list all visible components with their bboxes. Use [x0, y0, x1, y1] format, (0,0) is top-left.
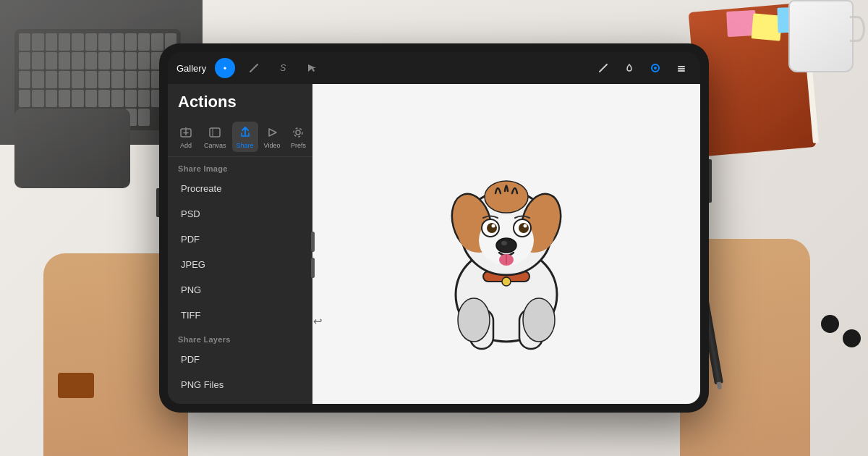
selection-tool-icon[interactable]: [302, 58, 322, 78]
svg-point-32: [487, 223, 497, 233]
tablet-screen: Gallery S: [168, 52, 700, 404]
svg-point-34: [492, 224, 495, 228]
trackpad: [14, 109, 130, 188]
pen-tool-right[interactable]: [593, 58, 613, 78]
add-tab-icon: [178, 124, 194, 140]
canvas-tab-label: Canvas: [204, 142, 226, 149]
svg-point-33: [519, 223, 529, 233]
svg-point-35: [524, 224, 527, 228]
video-tab-label: Video: [264, 142, 281, 149]
erase-tool-icon[interactable]: S: [273, 58, 293, 78]
share-layers-section-title: Share Layers: [168, 328, 312, 347]
tablet-button-left[interactable]: [156, 188, 159, 217]
svg-point-19: [458, 298, 490, 342]
tablet-button-right[interactable]: [709, 159, 712, 203]
tab-prefs[interactable]: Prefs: [286, 122, 310, 152]
tab-canvas[interactable]: Canvas: [200, 122, 231, 152]
menu-item-pdf-image[interactable]: PDF: [171, 227, 310, 251]
video-tab-icon: [264, 124, 280, 140]
menu-item-png[interactable]: PNG: [171, 278, 310, 302]
svg-rect-9: [210, 128, 220, 137]
gallery-button[interactable]: Gallery: [176, 63, 206, 74]
tablet: Gallery S: [159, 43, 709, 413]
svg-point-36: [496, 238, 516, 253]
menu-item-pdf-layers[interactable]: PDF: [171, 347, 310, 371]
actions-sidebar: Actions Add: [168, 84, 312, 404]
menu-item-animated-gif[interactable]: Animated GIF: [171, 398, 310, 404]
actions-title: Actions: [168, 84, 312, 117]
svg-point-22: [502, 277, 511, 286]
tab-add[interactable]: Add: [174, 122, 198, 152]
add-tab-label: Add: [180, 142, 192, 149]
tab-share[interactable]: Share: [232, 122, 258, 152]
tab-video[interactable]: Video: [260, 122, 285, 152]
svg-rect-6: [678, 70, 685, 72]
svg-line-1: [600, 64, 607, 72]
share-tab-label: Share: [237, 142, 254, 149]
menu-item-png-files[interactable]: PNG Files: [171, 373, 310, 397]
main-content: Actions Add: [168, 84, 700, 404]
dog-illustration: [405, 128, 608, 360]
menu-item-psd[interactable]: PSD: [171, 202, 310, 226]
prefs-tab-label: Prefs: [291, 142, 306, 149]
watercolor-tool-right[interactable]: [619, 58, 639, 78]
right-tools: [593, 58, 692, 78]
svg-point-20: [523, 298, 555, 342]
svg-marker-11: [269, 129, 276, 136]
watch: [58, 373, 94, 398]
svg-point-37: [501, 241, 507, 245]
svg-rect-4: [678, 66, 685, 67]
layers-tool-right[interactable]: [671, 58, 692, 78]
menu-item-jpeg[interactable]: JPEG: [171, 253, 310, 276]
scroll-indicators: [311, 232, 315, 278]
top-bar: Gallery S: [168, 52, 700, 84]
coffee-mug: [788, 0, 854, 72]
color-tool-right[interactable]: [645, 58, 665, 78]
menu-item-tiff[interactable]: TIFF: [171, 303, 310, 327]
prefs-tab-icon: [290, 124, 306, 140]
smudge-tool-icon[interactable]: [244, 58, 264, 78]
svg-point-3: [654, 67, 657, 69]
svg-point-13: [294, 128, 302, 137]
menu-item-procreate[interactable]: Procreate: [171, 177, 310, 200]
share-tab-icon: [237, 124, 253, 140]
action-tabs: Add Canvas: [168, 117, 312, 157]
svg-point-12: [296, 130, 300, 135]
canvas-area[interactable]: [312, 84, 700, 404]
undo-button[interactable]: ↩: [310, 313, 326, 329]
svg-rect-5: [678, 68, 685, 69]
canvas-tab-icon: [207, 124, 223, 140]
share-image-section-title: Share Image: [168, 157, 312, 176]
brush-tool-icon[interactable]: [215, 58, 235, 78]
